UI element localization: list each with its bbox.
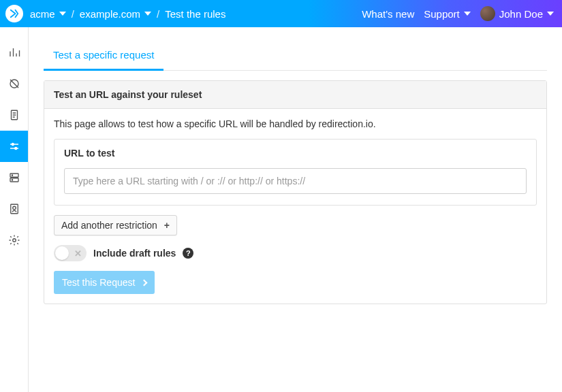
caret-down-icon bbox=[547, 12, 554, 16]
toggle-knob bbox=[55, 246, 69, 260]
support-dropdown[interactable]: Support bbox=[424, 8, 471, 20]
breadcrumb-separator: / bbox=[72, 8, 74, 20]
support-label: Support bbox=[424, 8, 460, 20]
main-content: Test a specific request Test an URL agai… bbox=[29, 27, 562, 392]
avatar-icon bbox=[480, 6, 495, 21]
svg-point-6 bbox=[12, 175, 12, 176]
caret-down-icon bbox=[464, 12, 471, 16]
include-draft-label: Include draft rules bbox=[93, 248, 176, 259]
sidebar-item-users[interactable] bbox=[0, 193, 28, 225]
tabs: Test a specific request bbox=[44, 42, 547, 71]
svg-point-2 bbox=[12, 144, 14, 146]
svg-point-10 bbox=[12, 239, 16, 242]
help-icon[interactable]: ? bbox=[183, 248, 193, 259]
whats-new-link[interactable]: What's new bbox=[362, 8, 414, 20]
panel-intro: This page allows to test how a specific … bbox=[54, 118, 537, 129]
tab-test-request[interactable]: Test a specific request bbox=[44, 42, 163, 71]
breadcrumb: acme / example.com / Test the rules bbox=[30, 8, 225, 20]
bar-chart-icon bbox=[8, 46, 20, 59]
breadcrumb-project-label: example.com bbox=[80, 8, 140, 20]
server-icon bbox=[8, 172, 20, 184]
breadcrumb-org[interactable]: acme bbox=[30, 8, 66, 20]
test-request-button[interactable]: Test this Request bbox=[54, 271, 155, 294]
url-section: URL to test bbox=[54, 139, 537, 206]
test-panel: Test an URL against your ruleset This pa… bbox=[44, 80, 547, 304]
plus-icon: + bbox=[164, 220, 170, 231]
url-input[interactable] bbox=[64, 168, 527, 194]
panel-title: Test an URL against your ruleset bbox=[44, 81, 546, 109]
add-restriction-button[interactable]: Add another restriction + bbox=[54, 215, 177, 235]
url-label: URL to test bbox=[64, 148, 527, 159]
target-icon bbox=[8, 78, 20, 90]
sidebar-item-rules[interactable] bbox=[0, 99, 28, 131]
include-draft-toggle[interactable]: ✕ bbox=[54, 245, 87, 261]
caret-down-icon bbox=[59, 12, 66, 16]
header-bar: acme / example.com / Test the rules What… bbox=[0, 0, 562, 27]
user-menu[interactable]: John Doe bbox=[480, 6, 554, 21]
add-restriction-label: Add another restriction bbox=[61, 220, 157, 231]
svg-point-9 bbox=[12, 206, 16, 210]
sidebar-item-test[interactable] bbox=[0, 131, 28, 162]
toggle-off-icon: ✕ bbox=[74, 249, 82, 258]
sidebar-item-traffic[interactable] bbox=[0, 68, 28, 99]
sidebar bbox=[0, 27, 29, 392]
breadcrumb-separator: / bbox=[157, 8, 159, 20]
gear-icon bbox=[8, 234, 20, 246]
redirection-logo-icon bbox=[8, 7, 20, 20]
breadcrumb-project[interactable]: example.com bbox=[80, 8, 151, 20]
badge-icon bbox=[8, 203, 20, 215]
sidebar-item-instances[interactable] bbox=[0, 162, 28, 193]
sliders-icon bbox=[8, 140, 20, 152]
svg-point-3 bbox=[14, 148, 16, 150]
document-icon bbox=[8, 109, 20, 121]
caret-down-icon bbox=[144, 12, 151, 16]
test-button-label: Test this Request bbox=[62, 277, 135, 288]
app-logo[interactable] bbox=[5, 5, 23, 22]
svg-rect-8 bbox=[10, 204, 18, 214]
username-label: John Doe bbox=[499, 8, 543, 20]
chevron-right-icon bbox=[141, 279, 148, 286]
breadcrumb-org-label: acme bbox=[30, 8, 55, 20]
breadcrumb-page: Test the rules bbox=[165, 8, 225, 20]
include-draft-row: ✕ Include draft rules ? bbox=[54, 245, 537, 261]
sidebar-item-settings[interactable] bbox=[0, 225, 28, 256]
header-right: What's new Support John Doe bbox=[362, 6, 554, 21]
sidebar-item-stats[interactable] bbox=[0, 37, 28, 68]
svg-point-7 bbox=[12, 180, 12, 180]
breadcrumb-page-label: Test the rules bbox=[165, 8, 225, 20]
